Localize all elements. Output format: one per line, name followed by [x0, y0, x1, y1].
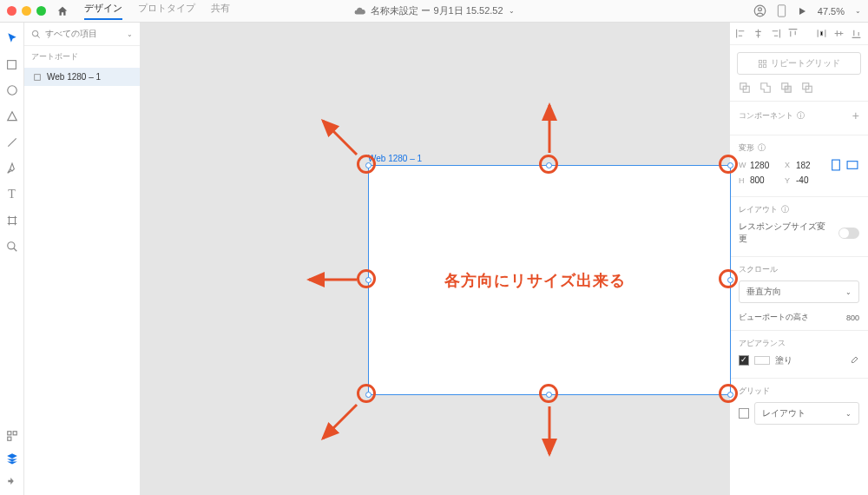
layers-icon[interactable] — [5, 452, 19, 465]
svg-rect-29 — [832, 160, 840, 170]
svg-rect-8 — [7, 437, 10, 440]
x-input[interactable] — [796, 161, 825, 170]
resize-handle-tr[interactable] — [727, 162, 733, 168]
polygon-tool[interactable] — [5, 109, 19, 123]
fill-label: 塗り — [775, 354, 792, 366]
titlebar: デザイン プロトタイプ 共有 名称未設定 ー 9月1日 15.52.52 ⌄ 4… — [0, 0, 868, 23]
line-tool[interactable] — [5, 135, 19, 149]
grid-checkbox[interactable] — [739, 408, 749, 419]
distribute-h-icon[interactable] — [816, 28, 827, 39]
resize-handle-t[interactable] — [546, 162, 552, 168]
info-icon[interactable]: ⓘ — [758, 142, 766, 154]
resize-handle-tl[interactable] — [365, 162, 372, 168]
viewport-height-label: ビューポートの高さ — [739, 312, 809, 323]
assets-icon[interactable] — [5, 429, 19, 443]
resize-handle-b[interactable] — [546, 392, 552, 398]
mobile-preview-icon[interactable] — [777, 4, 786, 17]
align-right-icon[interactable] — [770, 28, 781, 39]
play-icon[interactable] — [797, 6, 807, 16]
svg-point-4 — [7, 86, 16, 96]
svg-point-1 — [758, 8, 761, 11]
width-input[interactable] — [750, 161, 779, 170]
resize-handle-r[interactable] — [727, 277, 733, 283]
svg-rect-21 — [759, 64, 761, 67]
user-icon[interactable] — [753, 4, 766, 17]
align-top-icon[interactable] — [787, 28, 799, 39]
chevron-down-icon: ⌄ — [845, 288, 852, 296]
maximize-window[interactable] — [36, 6, 46, 16]
scroll-dropdown[interactable]: 垂直方向 ⌄ — [739, 280, 859, 303]
info-icon[interactable]: ⓘ — [781, 204, 789, 215]
layer-item[interactable]: Web 1280 – 1 — [24, 68, 140, 86]
union-icon[interactable] — [739, 82, 751, 94]
align-left-icon[interactable] — [735, 28, 746, 39]
fill-color-swatch[interactable] — [754, 356, 770, 365]
rectangle-tool[interactable] — [5, 57, 19, 71]
x-label: X — [785, 161, 793, 169]
ellipse-tool[interactable] — [5, 83, 19, 97]
artboard-tool[interactable] — [5, 214, 19, 228]
height-input[interactable] — [750, 175, 779, 185]
exclude-icon[interactable] — [801, 82, 813, 94]
grid-dropdown[interactable]: レイアウト ⌄ — [754, 402, 859, 425]
eyedropper-icon[interactable] — [849, 355, 859, 366]
tab-share[interactable]: 共有 — [211, 2, 230, 20]
resize-handle-l[interactable] — [365, 277, 372, 283]
close-window[interactable] — [7, 6, 16, 16]
pen-tool[interactable] — [5, 162, 19, 175]
document-title-text: 名称未設定 ー 9月1日 15.52.52 — [371, 4, 503, 17]
align-row — [730, 23, 868, 45]
align-bottom-icon[interactable] — [851, 28, 862, 39]
svg-line-16 — [323, 405, 357, 439]
text-tool[interactable]: T — [5, 188, 19, 201]
info-icon[interactable]: ⓘ — [797, 110, 805, 122]
search-icon — [31, 30, 41, 39]
titlebar-right: 47.5% ⌄ — [753, 4, 861, 17]
landscape-icon[interactable] — [846, 160, 858, 170]
home-icon[interactable] — [56, 5, 69, 17]
y-input[interactable] — [796, 175, 825, 185]
artboard-name-label[interactable]: Web 1280 – 1 — [368, 154, 422, 163]
minimize-window[interactable] — [22, 6, 31, 16]
chevron-down-icon: ⌄ — [127, 30, 133, 38]
responsive-toggle[interactable] — [838, 228, 859, 239]
svg-line-11 — [323, 121, 357, 155]
svg-point-5 — [7, 242, 14, 249]
resize-handle-br[interactable] — [727, 392, 733, 398]
viewport-height-value[interactable]: 800 — [846, 314, 859, 322]
tab-design[interactable]: デザイン — [84, 2, 122, 20]
layers-search[interactable]: すべての項目 ⌄ — [24, 23, 140, 46]
layer-item-label: Web 1280 – 1 — [47, 72, 101, 82]
repeat-grid-label: リピートグリッド — [771, 57, 840, 69]
svg-rect-19 — [759, 60, 761, 63]
align-center-h-icon[interactable] — [753, 28, 764, 39]
annotation-text: 各方向にリサイズ出来る — [444, 270, 626, 291]
mode-tabs: デザイン プロトタイプ 共有 — [84, 2, 230, 20]
intersect-icon[interactable] — [780, 82, 792, 94]
add-component-icon[interactable]: + — [852, 109, 859, 122]
svg-rect-26 — [785, 86, 791, 92]
align-middle-icon[interactable] — [833, 28, 845, 39]
canvas[interactable]: Web 1280 – 1 各方向にリサイズ出来る — [141, 23, 729, 495]
svg-point-9 — [32, 30, 37, 36]
scroll-value: 垂直方向 — [746, 286, 781, 298]
select-tool[interactable] — [5, 31, 19, 45]
fill-checkbox[interactable] — [739, 355, 749, 366]
w-label: W — [739, 161, 747, 169]
svg-rect-3 — [8, 60, 16, 69]
portrait-icon[interactable] — [831, 159, 841, 171]
document-title[interactable]: 名称未設定 ー 9月1日 15.52.52 ⌄ — [353, 4, 514, 17]
zoom-level[interactable]: 47.5% — [818, 6, 845, 16]
tools-sidebar: T — [0, 23, 24, 495]
chevron-down-icon: ⌄ — [845, 410, 852, 418]
boolean-ops — [730, 82, 868, 101]
components-section: コンポーネント ⓘ + — [730, 101, 868, 135]
plugins-icon[interactable] — [5, 474, 19, 488]
resize-handle-bl[interactable] — [365, 392, 372, 398]
tab-prototype[interactable]: プロトタイプ — [138, 2, 195, 20]
artboards-section-label: アートボード — [24, 46, 140, 68]
zoom-tool[interactable] — [5, 240, 19, 254]
repeat-grid-button[interactable]: リピートグリッド — [737, 52, 861, 75]
subtract-icon[interactable] — [760, 82, 772, 94]
responsive-label: レスポンシブサイズ変更 — [739, 221, 833, 245]
